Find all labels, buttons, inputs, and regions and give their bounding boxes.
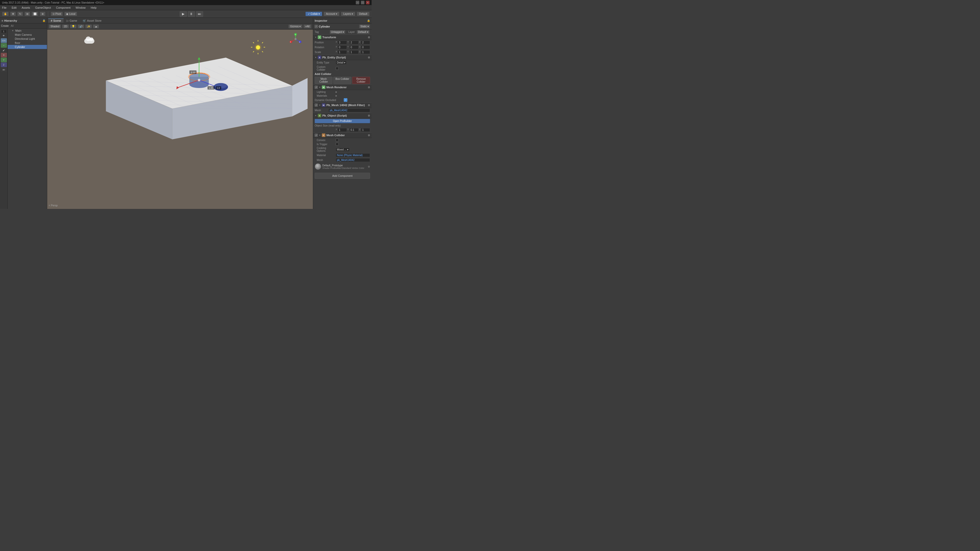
hier-icon-ion[interactable]: ION [1,38,7,43]
rotation-x-field[interactable]: 0 [338,45,347,49]
scale-tool-button[interactable]: ⊞ [24,12,30,16]
tab-game[interactable]: ▷ Game [64,18,80,23]
transform-tool-button[interactable]: ⊕ [40,12,45,16]
hierarchy-item-floor[interactable]: floor [8,41,47,45]
mesh-value2[interactable]: pb_Mesh14042 [336,158,370,162]
move-tool-button[interactable]: ✥ [10,12,16,16]
scene-lighting-button[interactable]: 💡 [70,24,76,28]
hier-icon-x[interactable]: ✕ [1,53,7,57]
box-collider-button[interactable]: Box Collider [333,77,351,84]
menu-file[interactable]: File [1,6,8,10]
inspector-header: Inspector 🔒 [313,18,372,24]
mesh-collider-button[interactable]: Mesh Collider [315,77,332,84]
mesh-renderer-enabled[interactable]: ✓ [315,86,318,89]
menu-help[interactable]: Help [89,6,97,10]
open-probuilder-button[interactable]: Open ProBuilder [315,119,370,123]
entity-type-dropdown[interactable]: Detail ▾ [336,61,347,65]
menu-gameobject[interactable]: GameObject [34,6,52,10]
menu-component[interactable]: Component [55,6,72,10]
object-enabled-checkbox[interactable]: ✓ [315,25,318,28]
hierarchy-lock-icon[interactable]: 🔒 [42,19,45,22]
static-button[interactable]: Static ▾ [359,24,370,28]
transform-gear-icon[interactable]: ⚙ [368,36,370,39]
local-button[interactable]: ◉ Local [64,12,77,16]
position-x-field[interactable]: 3 [338,41,347,44]
rect-tool-button[interactable]: ⬜ [32,12,38,16]
hierarchy-item-main[interactable]: ▼ Main [8,29,47,33]
pause-button[interactable]: ⏸ [188,11,195,17]
convex-checkbox[interactable] [336,138,339,141]
dynamic-occluded-checkbox[interactable]: ✓ [344,98,347,102]
pb-object-section[interactable]: ▼ S Pb_Object (Script) ⚙ [313,113,372,118]
mesh-collider-gear-icon[interactable]: ⚙ [368,134,370,137]
hierarchy-item-cylinder[interactable]: Cylinder [8,45,47,49]
mesh-renderer-gear-icon[interactable]: ⚙ [368,86,370,89]
hier-icon-y[interactable]: Y [1,58,7,62]
hier-icon-1[interactable]: 1 [1,30,6,33]
gizmos-button[interactable]: Gizmos ▾ [288,24,303,28]
account-button[interactable]: Account ▾ [324,12,339,16]
tab-scene[interactable]: # Scene [48,18,64,23]
close-button[interactable]: ✕ [366,1,369,4]
scale-y-field[interactable]: 1 [349,50,359,54]
tab-assetstore[interactable]: 🛒 Asset Store [80,18,104,23]
rotate-tool-button[interactable]: ↻ [18,12,23,16]
step-button[interactable]: ⏭ [196,11,203,17]
scale-z-field[interactable]: 1 [361,50,370,54]
cooking-options-dropdown[interactable]: Mixed ... ▾ [336,148,350,151]
mesh-ref-value[interactable]: pb_Mesh14042 [328,108,370,112]
is-trigger-checkbox[interactable] [336,143,339,146]
restore-button[interactable]: □ [361,1,364,4]
layers-button[interactable]: Layers ▾ [341,12,355,16]
layer-dropdown[interactable]: Default ▾ [357,30,369,34]
menu-window[interactable]: Window [75,6,86,10]
mesh-collider-enabled[interactable]: ✓ [315,134,318,137]
mesh-renderer-section[interactable]: ✓ ▼ M Mesh Renderer ⚙ [313,84,372,90]
default-button[interactable]: Default [357,12,369,16]
material-gear-icon[interactable]: ⚙ [368,165,370,168]
material-value[interactable]: None (Physic Material) [336,153,370,157]
scene-hidden-button[interactable]: ☁ [93,24,99,28]
pivot-button[interactable]: ⊙ Pivot [51,12,63,16]
hierarchy-item-maincamera[interactable]: Main Camera [8,33,47,37]
scene-audio-button[interactable]: 🔊 [78,24,84,28]
position-y-field[interactable]: 2 [349,41,359,44]
hier-icon-move[interactable]: ↔ [1,43,7,48]
hier-icon-3d[interactable]: 3D [1,67,7,72]
scene-tab-icon: # [51,19,53,22]
rotation-z-field[interactable]: 0 [361,45,370,49]
pb-entity-gear-icon[interactable]: ⚙ [368,56,370,59]
remove-collider-button[interactable]: Remove Collider [352,77,370,84]
hierarchy-create-button[interactable]: Create [1,24,9,27]
pb-mesh-gear-icon[interactable]: ⚙ [368,104,370,106]
hier-icon-z[interactable]: Z [1,62,7,67]
hand-tool-button[interactable]: ✋ [2,12,9,16]
menu-edit[interactable]: Edit [11,6,18,10]
rotation-y-field[interactable]: 0 [349,45,359,49]
mesh-collider-section[interactable]: ✓ ▼ C Mesh Collider ⚙ [313,132,372,138]
scale-x-field[interactable]: 1 [338,50,347,54]
transform-section[interactable]: ▼ T Transform ⚙ [313,35,372,40]
minimize-button[interactable]: ─ [356,1,360,4]
hier-icon-eye[interactable]: 👁 [1,33,7,38]
custom-collider-checkbox[interactable] [336,67,339,70]
2d-button[interactable]: 2D [62,24,69,28]
pb-object-gear-icon[interactable]: ⚙ [368,114,370,117]
hier-icon-brush[interactable]: 🖌 [1,48,7,52]
inspector-lock-icon[interactable]: 🔒 [367,19,370,22]
pb-mesh-section[interactable]: ✓ ▼ M Pb_Mesh 14042 (Mesh Filter) ⚙ [313,102,372,108]
menu-assets[interactable]: Assets [21,6,31,10]
tag-dropdown[interactable]: Untagged ▾ [330,30,345,34]
position-z-field[interactable]: 2 [361,41,370,44]
notall-button[interactable]: ≠All [304,24,311,28]
center-area: # Scene ▷ Game 🛒 Asset Store Shaded 2D 💡… [47,18,313,209]
collab-button[interactable]: ✓ Collab ▾ [305,12,322,16]
play-button[interactable]: ▶ [180,11,187,17]
pb-entity-section[interactable]: ▼ S Pb_Entity (Script) ⚙ [313,55,372,60]
shaded-button[interactable]: Shaded [49,24,61,28]
add-component-button[interactable]: Add Component [315,173,370,179]
scene-effects-button[interactable]: ✨ [85,24,92,28]
pb-mesh-enabled[interactable]: ✓ [315,103,318,106]
hierarchy-item-directionallight[interactable]: Directional Light [8,37,47,41]
scene-viewport[interactable]: 0.10 1.00 1.0 [47,30,313,209]
